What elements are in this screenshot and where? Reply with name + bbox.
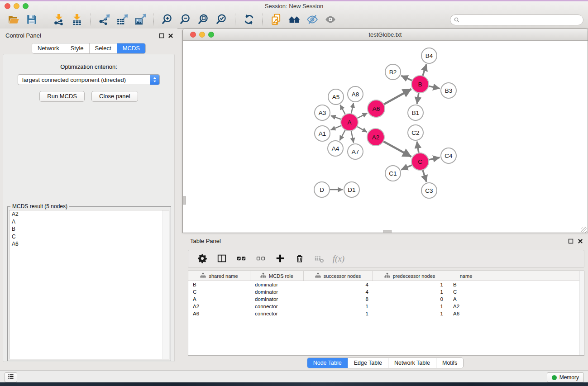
- mcds-result-item[interactable]: C: [10, 233, 169, 241]
- table-row[interactable]: A2connector11A2: [188, 303, 584, 310]
- table-cell[interactable]: 1: [373, 281, 447, 288]
- graph-node-C3[interactable]: C3: [421, 183, 437, 198]
- graph-edge-A2-C[interactable]: [383, 141, 411, 157]
- resize-grip-icon[interactable]: [581, 227, 587, 233]
- graph-node-B[interactable]: B: [411, 76, 429, 93]
- table-cell[interactable]: B: [188, 281, 250, 288]
- table-cell[interactable]: A2: [447, 303, 485, 310]
- split-handle-bottom[interactable]: [383, 230, 392, 233]
- graph-edge-A-A5[interactable]: [340, 105, 345, 115]
- mcds-result-item[interactable]: B: [10, 225, 169, 233]
- export-table-button[interactable]: [114, 13, 130, 27]
- zoom-out-button[interactable]: [177, 13, 194, 27]
- graph-edge-C-C3[interactable]: [423, 170, 426, 182]
- tab-network[interactable]: Network: [32, 43, 65, 53]
- table-cell[interactable]: dominator: [250, 295, 304, 303]
- graph-node-A4[interactable]: A4: [328, 141, 343, 156]
- table-cell[interactable]: dominator: [250, 288, 304, 295]
- save-button[interactable]: [24, 13, 40, 27]
- hide-eye-button[interactable]: [304, 13, 320, 27]
- graph-edge-B-B1[interactable]: [417, 93, 419, 104]
- graph-node-C4[interactable]: C4: [441, 148, 456, 163]
- search-input[interactable]: [450, 14, 583, 25]
- table-scrollbar[interactable]: [579, 271, 584, 355]
- network-canvas[interactable]: B4B2BB3A8A5A6A3B1AC2A1A2A4A7C4CC1DC3D1: [183, 41, 588, 233]
- table-cell[interactable]: connector: [250, 310, 304, 317]
- graph-edge-A-A3[interactable]: [331, 116, 341, 119]
- import-network-button[interactable]: [51, 13, 67, 27]
- table-cell[interactable]: A6: [447, 310, 485, 317]
- graph-edge-A-A7[interactable]: [351, 131, 354, 143]
- table-cell[interactable]: A6: [188, 310, 250, 317]
- mcds-result-item[interactable]: A: [10, 218, 169, 226]
- show-eye-button[interactable]: [322, 13, 339, 27]
- table-cell[interactable]: C: [188, 288, 250, 295]
- criterion-select[interactable]: largest connected component (directed): [18, 74, 160, 85]
- add-button[interactable]: [274, 253, 286, 265]
- columns-button[interactable]: [216, 253, 228, 265]
- graph-node-C1[interactable]: C1: [385, 166, 401, 181]
- table-cell[interactable]: 4: [304, 288, 373, 295]
- clone-network-button[interactable]: [268, 13, 284, 27]
- mcds-result-item[interactable]: A6: [10, 240, 169, 248]
- table-cell[interactable]: 4: [304, 281, 373, 288]
- column-header-name[interactable]: name: [447, 271, 485, 281]
- graph-edge-C-C4[interactable]: [429, 157, 440, 160]
- select-all-button[interactable]: [235, 253, 247, 265]
- mcds-result-item[interactable]: A2: [10, 210, 169, 218]
- table-row[interactable]: A6connector11A6: [188, 310, 584, 317]
- table-cell[interactable]: 1: [304, 303, 373, 310]
- table-cell[interactable]: 1: [373, 310, 447, 317]
- tab-mcds[interactable]: MCDS: [117, 43, 145, 53]
- graph-edge-B-B2[interactable]: [401, 76, 412, 81]
- graph-edge-B-B3[interactable]: [429, 86, 440, 89]
- table-cell[interactable]: 1: [304, 310, 373, 317]
- close-panel-icon[interactable]: [167, 33, 174, 39]
- table-cell[interactable]: connector: [250, 303, 304, 310]
- column-header-mcds-role[interactable]: MCDS role: [250, 271, 304, 281]
- graph-node-B2[interactable]: B2: [385, 64, 401, 80]
- graph-edge-A-A6[interactable]: [357, 113, 367, 118]
- column-header-successor-nodes[interactable]: successor nodes: [304, 271, 373, 281]
- close-table-panel-icon[interactable]: [577, 238, 583, 244]
- memory-button[interactable]: Memory: [547, 372, 584, 382]
- tab-motifs[interactable]: Motifs: [436, 358, 463, 368]
- graph-edge-A-A8[interactable]: [351, 103, 354, 114]
- table-cell[interactable]: 0: [373, 295, 447, 303]
- zoom-in-button[interactable]: [159, 13, 176, 27]
- split-handle-left[interactable]: [183, 196, 186, 205]
- tab-network-table[interactable]: Network Table: [388, 358, 436, 368]
- graph-edge-A6-B[interactable]: [384, 89, 411, 105]
- zoom-fit-button[interactable]: [196, 13, 212, 27]
- table-row[interactable]: Cdominator41C: [188, 288, 584, 295]
- function-button[interactable]: f(x): [333, 253, 344, 265]
- graph-node-D1[interactable]: D1: [344, 182, 359, 197]
- export-network-button[interactable]: [96, 13, 112, 27]
- graph-edge-C-C2[interactable]: [417, 142, 419, 153]
- graph-node-A2[interactable]: A2: [367, 129, 384, 146]
- graph-node-A1[interactable]: A1: [315, 126, 330, 141]
- run-mcds-button[interactable]: Run MCDS: [39, 91, 85, 102]
- table-cell[interactable]: 1: [373, 288, 447, 295]
- graph-node-D[interactable]: D: [314, 182, 330, 197]
- delete-table-button[interactable]: [313, 253, 325, 265]
- graph-edge-A-A2[interactable]: [357, 126, 367, 132]
- graph-node-A3[interactable]: A3: [315, 105, 330, 120]
- graph-edge-A-A1[interactable]: [330, 125, 341, 130]
- task-history-button[interactable]: [5, 372, 17, 382]
- graph-node-A[interactable]: A: [341, 114, 358, 131]
- graph-node-B1[interactable]: B1: [408, 105, 423, 120]
- tab-edge-table[interactable]: Edge Table: [348, 358, 388, 368]
- graph-node-C[interactable]: C: [411, 153, 429, 170]
- table-row[interactable]: Adominator80A: [188, 295, 584, 303]
- open-folder-button[interactable]: [5, 13, 22, 27]
- table-cell[interactable]: B: [447, 281, 485, 288]
- graph-edge-A-A4[interactable]: [339, 130, 345, 141]
- export-image-button[interactable]: [132, 13, 148, 27]
- column-header-shared-name[interactable]: shared name: [188, 271, 250, 281]
- graph-edge-C-C1[interactable]: [401, 165, 412, 170]
- graph-node-A8[interactable]: A8: [348, 86, 363, 102]
- import-table-button[interactable]: [69, 13, 85, 27]
- graph-node-A6[interactable]: A6: [368, 100, 385, 117]
- tab-style[interactable]: Style: [65, 43, 90, 53]
